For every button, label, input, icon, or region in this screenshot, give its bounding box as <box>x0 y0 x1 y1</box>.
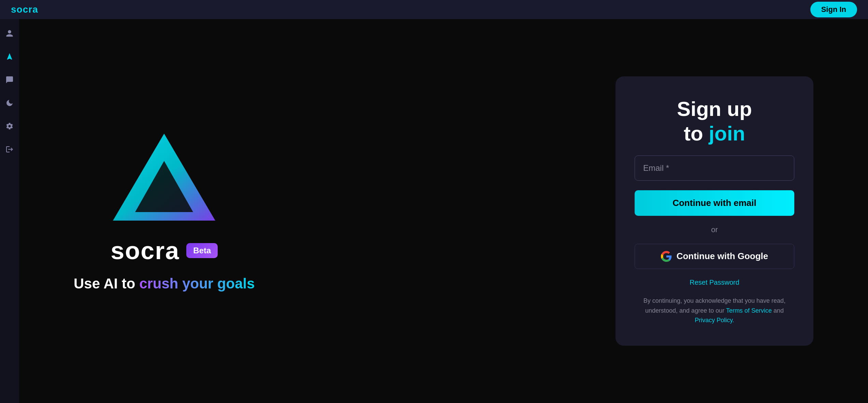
topnav-logo: socra <box>11 4 38 15</box>
or-divider: or <box>711 225 718 234</box>
terms-and: and <box>772 307 784 314</box>
signup-title: Sign up to join <box>677 97 752 146</box>
google-icon <box>661 251 672 262</box>
signup-title-join: join <box>709 122 745 145</box>
tagline: Use AI to crush your goals <box>74 275 255 292</box>
continue-email-button[interactable]: Continue with email <box>635 190 794 216</box>
continue-google-label: Continue with Google <box>677 251 768 262</box>
terms-of-service-link[interactable]: Terms of Service <box>726 307 772 314</box>
tagline-prefix: Use AI to <box>74 275 139 292</box>
sidebar-item-navigate[interactable] <box>3 50 16 63</box>
continue-google-button[interactable]: Continue with Google <box>635 244 794 269</box>
hero-section: socra Beta Use AI to crush your goals <box>74 130 255 292</box>
sidebar-item-settings[interactable] <box>3 120 16 132</box>
reset-password-link[interactable]: Reset Password <box>690 279 739 286</box>
signup-title-to: to <box>684 122 709 145</box>
sidebar-item-chat[interactable] <box>3 74 16 86</box>
socra-logo-icon <box>110 130 219 226</box>
signup-card: Sign up to join Continue with email or C… <box>616 76 813 346</box>
brand-row: socra Beta <box>111 237 218 265</box>
beta-badge: Beta <box>186 243 218 258</box>
sidebar-item-user[interactable] <box>3 27 16 40</box>
email-input[interactable] <box>635 155 794 181</box>
signup-title-line2: to join <box>677 121 752 146</box>
brand-name: socra <box>111 237 179 265</box>
sidebar-item-moon[interactable] <box>3 97 16 109</box>
content-area: socra Beta Use AI to crush your goals Si… <box>19 19 868 403</box>
topnav: socra Sign In <box>0 0 868 19</box>
sidebar-item-logout[interactable] <box>3 143 16 155</box>
terms-text: By continuing, you acknowledge that you … <box>635 296 794 325</box>
privacy-policy-link[interactable]: Privacy Policy. <box>695 317 734 324</box>
main-layout: socra Beta Use AI to crush your goals Si… <box>0 19 868 403</box>
sidebar <box>0 19 19 403</box>
signup-title-line1: Sign up <box>677 97 752 121</box>
signin-button[interactable]: Sign In <box>810 2 857 17</box>
tagline-highlight: crush your goals <box>139 275 255 292</box>
